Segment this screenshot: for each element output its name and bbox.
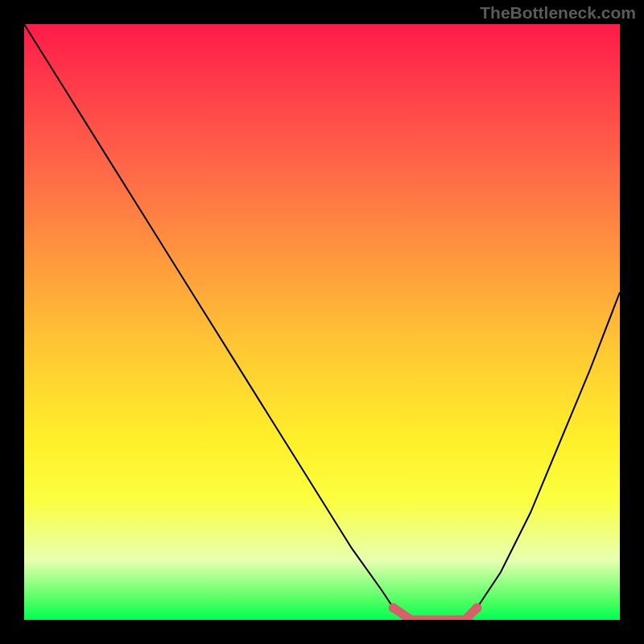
bottleneck-curve-path [24,24,620,620]
highlight-start-dot [389,603,398,613]
plot-area [24,24,620,620]
highlight-end-dot [472,603,481,613]
watermark-text: TheBottleneck.com [480,3,636,23]
chart-svg [24,24,620,620]
optimal-highlight-path [394,608,477,620]
